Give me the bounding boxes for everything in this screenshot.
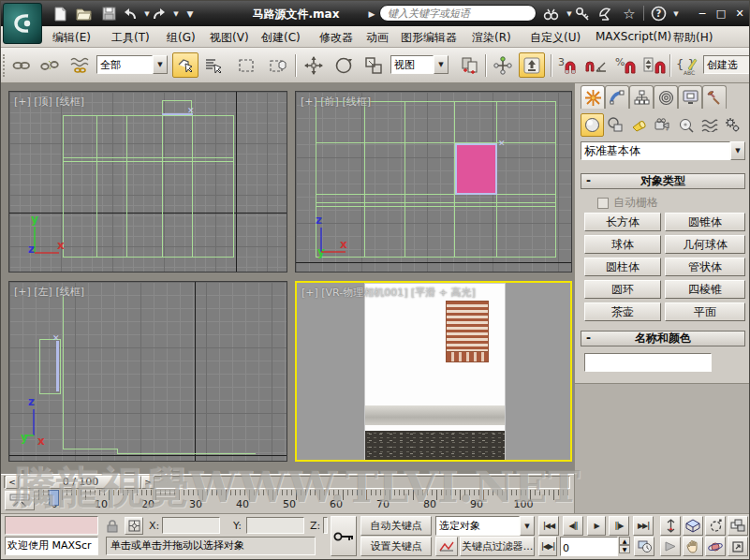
reference-coordinate-arrow-icon[interactable]: ▼ (434, 55, 449, 74)
angle-snap-toggle-button[interactable] (582, 52, 609, 78)
go-to-start-button[interactable]: |◀◀ (538, 516, 559, 536)
selection-set-arrow-icon[interactable]: ▼ (520, 516, 535, 536)
close-button[interactable]: ✕ (731, 6, 748, 21)
selection-set-dropdown[interactable]: 选定对象 ▼ (435, 516, 535, 536)
menu-edit[interactable]: 编辑(E) (52, 30, 91, 46)
select-object-button[interactable] (172, 52, 199, 78)
zoom-mode-button[interactable] (660, 516, 681, 536)
menu-graph-editors[interactable]: 图形编辑器 (401, 30, 457, 46)
previous-frame-button[interactable]: ◀|| (563, 516, 583, 536)
selection-filter-dropdown[interactable]: 全部 ▼ (96, 55, 168, 74)
primitive-category-arrow-icon[interactable]: ▼ (730, 141, 745, 160)
maximize-button[interactable]: □ (713, 6, 729, 21)
select-and-move-button[interactable] (301, 52, 327, 78)
viewport-top[interactable]: [+] [顶] [线框] ✕ y z x (8, 91, 287, 273)
named-selection-sets-button[interactable]: { }ABC (673, 52, 699, 78)
menu-maxscript[interactable]: MAXScript(M) (596, 30, 671, 43)
toolbar-drag-handle[interactable] (3, 54, 7, 77)
viewport-camera-label[interactable]: [+] [VR-物理相机001] [平滑 + 高光] (301, 286, 476, 300)
frame-spinner[interactable]: ▲ ▼ (619, 537, 630, 556)
category-systems-icon[interactable] (721, 113, 744, 137)
spinner-snap-toggle-button[interactable] (641, 52, 668, 78)
menu-modifiers[interactable]: 修改器 (319, 30, 353, 46)
select-and-rotate-button[interactable] (331, 52, 357, 78)
tab-display[interactable] (678, 85, 702, 109)
viewport-top-label[interactable]: [+] [顶] [线框] (14, 95, 84, 109)
selected-object-box[interactable] (455, 143, 497, 195)
select-and-scale-button[interactable] (360, 52, 387, 78)
primitive-category-dropdown[interactable]: 标准基本体 ▼ (581, 141, 745, 160)
previous-frame-arrow[interactable]: < (6, 476, 19, 489)
category-geometry-icon[interactable] (581, 113, 604, 137)
application-menu-button[interactable] (3, 3, 42, 44)
primitive-geosphere-button[interactable]: 几何球体 (665, 235, 745, 254)
object-name-field[interactable] (584, 353, 712, 372)
key-mode-toggle-button[interactable]: |◀▶| (538, 537, 557, 556)
new-file-icon[interactable] (50, 4, 70, 23)
go-to-end-button[interactable]: ▶▶| (633, 516, 654, 536)
orbit-camera-button[interactable] (705, 537, 726, 556)
key-filters-button[interactable]: 关键点过滤器... (460, 537, 535, 556)
menu-tools[interactable]: 工具(T) (111, 30, 150, 46)
autogrid-checkbox[interactable] (597, 198, 609, 209)
primitive-sphere-button[interactable]: 球体 (584, 235, 661, 254)
viewport-camera[interactable]: [+] [VR-物理相机001] [平滑 + 高光] (295, 281, 572, 462)
y-coordinate-input[interactable] (247, 518, 303, 533)
category-lights-icon[interactable] (627, 113, 651, 137)
percent-snap-toggle-button[interactable]: % (612, 52, 639, 78)
object-name-input[interactable] (585, 357, 711, 374)
selection-lock-icon[interactable] (106, 519, 119, 533)
help-dropdown-icon[interactable]: ▼ (667, 5, 685, 22)
open-file-icon[interactable] (74, 4, 95, 23)
set-keys-button[interactable] (331, 516, 357, 556)
track-bar[interactable]: 0 10 20 30 40 50 60 70 80 90 100 (1, 489, 574, 513)
time-configuration-button[interactable] (634, 537, 654, 556)
reference-coordinate-dropdown[interactable]: 视图 ▼ (390, 55, 449, 74)
menu-customize[interactable]: 自定义(U) (530, 30, 581, 46)
zoom-extents-button[interactable] (683, 516, 703, 536)
multiple-viewports-button[interactable] (728, 516, 748, 536)
menu-animation[interactable]: 动画 (366, 30, 389, 46)
default-in-out-tangents-button[interactable] (435, 537, 458, 556)
x-coordinate-field[interactable] (162, 517, 220, 534)
tab-create[interactable] (581, 85, 605, 109)
category-spacewarps-icon[interactable] (698, 113, 721, 137)
selection-filter-arrow-icon[interactable]: ▼ (153, 55, 168, 74)
spinner-up-icon[interactable]: ▲ (619, 537, 630, 545)
search-input[interactable] (379, 5, 537, 22)
favorites-star-icon[interactable]: ☆ (620, 5, 639, 22)
menu-create[interactable]: 创建(C) (261, 30, 301, 46)
track-bar-ruler[interactable] (38, 490, 570, 512)
select-and-link-button[interactable] (8, 52, 35, 78)
rectangular-selection-region-button[interactable] (233, 52, 259, 78)
keyboard-shortcut-override-button[interactable] (519, 52, 545, 78)
maximize-viewport-toggle-button[interactable] (728, 537, 748, 556)
menu-views[interactable]: 视图(V) (210, 30, 249, 46)
viewport-left-label[interactable]: [+] [左] [线框] (14, 285, 84, 299)
z-coordinate-field[interactable] (323, 517, 328, 534)
name-color-rollout[interactable]: - 名称和颜色 (581, 331, 745, 346)
search-icon[interactable] (541, 5, 560, 22)
current-frame-field[interactable] (560, 537, 618, 556)
primitive-plane-button[interactable]: 平面 (665, 302, 745, 321)
primitive-tube-button[interactable]: 管状体 (665, 258, 745, 276)
primitive-cylinder-button[interactable]: 圆柱体 (584, 258, 661, 276)
primitive-pyramid-button[interactable]: 四棱锥 (665, 280, 745, 299)
field-of-view-button[interactable] (705, 516, 726, 536)
spinner-down-icon[interactable]: ▼ (619, 545, 630, 553)
viewport-front[interactable]: [+] [前] [线框] ✕ z y x (295, 91, 572, 273)
minimize-button[interactable]: ─ (694, 6, 711, 21)
unlink-selection-button[interactable] (37, 52, 63, 78)
track-bar-frame-handle[interactable] (49, 490, 59, 506)
next-frame-arrow[interactable]: > (141, 476, 154, 489)
time-slider-handle[interactable]: 0 / 100 (20, 476, 141, 489)
category-helpers-icon[interactable] (674, 113, 698, 137)
menu-help[interactable]: 帮助(H) (673, 30, 713, 46)
snaps-toggle-button[interactable]: 3 (554, 52, 581, 78)
satellite-icon[interactable] (596, 5, 615, 22)
bind-to-space-warp-button[interactable] (66, 52, 93, 78)
object-type-rollout[interactable]: - 对象类型 (581, 173, 745, 189)
current-frame-input[interactable] (561, 539, 617, 557)
autogrid-row[interactable]: 自动栅格 (597, 195, 658, 211)
maxscript-listener-white[interactable]: 欢迎使用 MAXScr (5, 537, 98, 555)
